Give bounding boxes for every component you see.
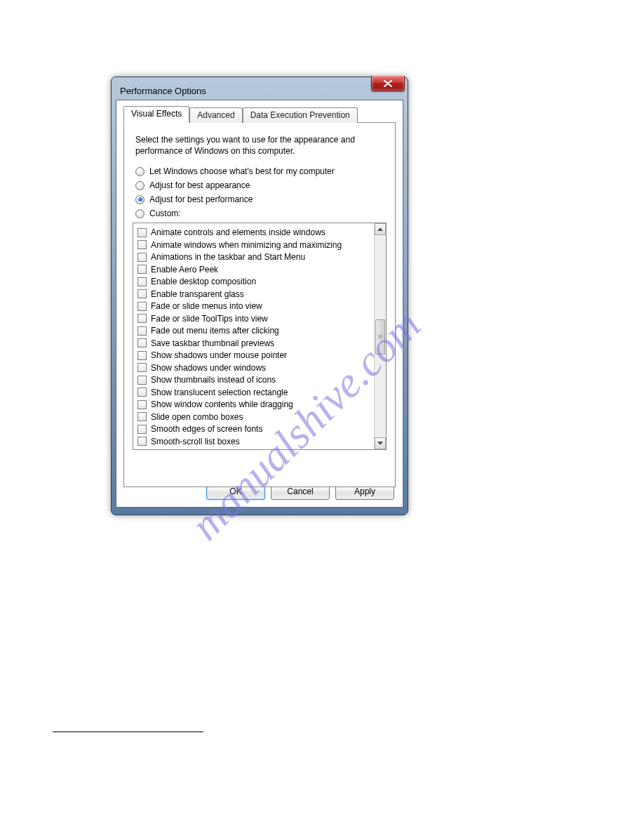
button-label: Apply	[354, 486, 375, 496]
option-label: Animate controls and elements inside win…	[151, 227, 326, 237]
radio-icon	[135, 181, 145, 190]
option-label: Fade out menu items after clicking	[151, 326, 279, 336]
option-label: Show thumbnails instead of icons	[151, 375, 276, 385]
option-row[interactable]: Show shadows under mouse pointer	[137, 349, 373, 362]
option-row[interactable]: Show window contents while dragging	[137, 398, 373, 411]
radio-icon	[135, 195, 145, 204]
checkbox-icon[interactable]	[137, 388, 147, 397]
option-row[interactable]: Show shadows under windows	[137, 362, 373, 374]
option-label: Animations in the taskbar and Start Menu	[151, 252, 305, 262]
option-row[interactable]: Animate windows when minimizing and maxi…	[137, 239, 373, 251]
checkbox-icon[interactable]	[137, 400, 147, 409]
checkbox-icon[interactable]	[137, 253, 147, 262]
option-label: Show window contents while dragging	[151, 399, 293, 409]
performance-options-dialog: Performance Options Visual Effects Advan…	[111, 77, 408, 515]
radio-best-appearance[interactable]: Adjust for best appearance	[135, 180, 387, 190]
radio-let-windows-choose[interactable]: Let Windows choose what's best for my co…	[135, 166, 387, 176]
checkbox-icon[interactable]	[137, 277, 147, 286]
close-button[interactable]	[371, 76, 405, 91]
scroll-track[interactable]	[375, 235, 386, 437]
option-row[interactable]: Smooth edges of screen fonts	[137, 423, 373, 435]
option-label: Slide open combo boxes	[151, 412, 243, 422]
checkbox-icon[interactable]	[137, 289, 147, 298]
checkbox-icon[interactable]	[137, 425, 147, 434]
intro-text: Select the settings you want to use for …	[135, 134, 384, 157]
option-label: Fade or slide ToolTips into view	[151, 314, 268, 324]
close-icon	[384, 80, 392, 87]
tab-panel-visual-effects: Select the settings you want to use for …	[123, 122, 396, 487]
radio-custom[interactable]: Custom:	[135, 208, 387, 218]
option-label: Enable transparent glass	[151, 289, 244, 299]
checkbox-icon[interactable]	[137, 302, 147, 311]
radio-label: Custom:	[149, 208, 181, 218]
option-label: Show shadows under windows	[151, 363, 266, 373]
titlebar[interactable]: Performance Options	[116, 81, 403, 100]
tab-label: Data Execution Prevention	[250, 110, 350, 120]
option-row[interactable]: Show translucent selection rectangle	[137, 386, 373, 399]
checkbox-icon[interactable]	[137, 228, 147, 237]
tabstrip: Visual Effects Advanced Data Execution P…	[123, 106, 396, 123]
tab-label: Advanced	[197, 110, 234, 120]
option-row[interactable]: Fade out menu items after clicking	[137, 324, 373, 337]
option-row[interactable]: Smooth-scroll list boxes	[137, 435, 373, 448]
scrollbar[interactable]	[374, 223, 386, 449]
option-row[interactable]: Enable transparent glass	[137, 288, 373, 300]
option-row[interactable]: Enable desktop composition	[137, 275, 373, 288]
option-label: Animate windows when minimizing and maxi…	[151, 240, 342, 250]
checkbox-icon[interactable]	[137, 326, 147, 336]
checkbox-icon[interactable]	[137, 338, 147, 348]
option-row[interactable]: Enable Aero Peek	[137, 263, 373, 276]
option-label: Fade or slide menus into view	[151, 301, 262, 311]
checkbox-icon[interactable]	[137, 376, 147, 385]
radio-best-performance[interactable]: Adjust for best performance	[135, 194, 387, 204]
option-label: Smooth edges of screen fonts	[151, 424, 262, 434]
tab-visual-effects[interactable]: Visual Effects	[123, 106, 189, 123]
checkbox-icon[interactable]	[137, 437, 147, 446]
checkbox-icon[interactable]	[137, 240, 147, 249]
option-label: Show translucent selection rectangle	[151, 388, 288, 397]
scroll-down-button[interactable]	[375, 437, 386, 449]
option-label: Smooth-scroll list boxes	[151, 437, 240, 446]
option-label: Enable desktop composition	[151, 277, 256, 286]
checkbox-icon[interactable]	[137, 363, 147, 372]
tab-data-execution-prevention[interactable]: Data Execution Prevention	[243, 107, 358, 123]
checkbox-icon[interactable]	[137, 351, 147, 360]
checkbox-icon[interactable]	[137, 412, 147, 421]
radio-icon	[135, 209, 145, 218]
tab-advanced[interactable]: Advanced	[189, 107, 242, 123]
scroll-up-button[interactable]	[375, 223, 386, 235]
radio-label: Let Windows choose what's best for my co…	[149, 166, 335, 176]
option-row[interactable]: Fade or slide menus into view	[137, 300, 373, 312]
chevron-down-icon	[377, 442, 383, 445]
option-label: Enable Aero Peek	[151, 265, 218, 274]
chevron-up-icon	[377, 227, 383, 231]
option-row[interactable]: Animate controls and elements inside win…	[137, 226, 373, 239]
radio-label: Adjust for best performance	[149, 194, 253, 204]
option-row[interactable]: Slide open combo boxes	[137, 411, 373, 423]
button-label: Cancel	[287, 486, 313, 496]
option-row[interactable]: Save taskbar thumbnail previews	[137, 337, 373, 350]
checkbox-icon[interactable]	[137, 265, 147, 274]
visual-effects-options-box: Animate controls and elements inside win…	[133, 223, 387, 450]
checkbox-icon[interactable]	[137, 314, 147, 323]
tab-label: Visual Effects	[131, 109, 182, 119]
radio-icon	[135, 167, 145, 176]
option-row[interactable]: Fade or slide ToolTips into view	[137, 312, 373, 325]
footnote-rule	[53, 732, 203, 732]
button-label: OK	[229, 486, 241, 496]
option-row[interactable]: Show thumbnails instead of icons	[137, 373, 373, 386]
option-label: Show shadows under mouse pointer	[151, 350, 287, 360]
option-label: Save taskbar thumbnail previews	[151, 338, 274, 348]
radio-label: Adjust for best appearance	[149, 180, 250, 190]
option-row[interactable]: Animations in the taskbar and Start Menu	[137, 251, 373, 263]
dialog-title: Performance Options	[120, 86, 206, 96]
options-list[interactable]: Animate controls and elements inside win…	[133, 223, 374, 449]
scroll-thumb[interactable]	[375, 319, 385, 355]
dialog-body: Visual Effects Advanced Data Execution P…	[116, 100, 403, 508]
